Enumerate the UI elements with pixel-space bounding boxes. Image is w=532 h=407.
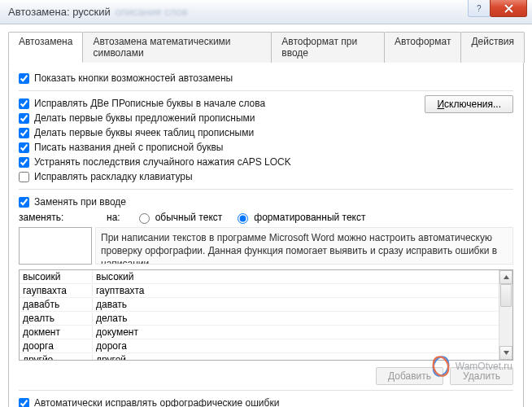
table-scrollbar[interactable]: [499, 270, 512, 360]
cell-wrong: гаупвахта: [20, 285, 93, 296]
replace-label: заменять:: [19, 212, 92, 223]
tab-math-autocorrect[interactable]: Автозамена математическими символами: [82, 32, 272, 63]
help-button[interactable]: ?: [468, 0, 491, 17]
checkbox-label: Делать первые буквы ячеек таблиц прописн…: [34, 127, 254, 138]
window-title-blurred: описание слов: [116, 6, 188, 18]
separator: [19, 390, 513, 391]
tab-label: Автозамена математическими символами: [93, 36, 230, 59]
separator: [19, 189, 513, 190]
checkbox-show-buttons[interactable]: [19, 73, 29, 84]
checkbox-table-caps[interactable]: [19, 128, 29, 138]
replace-header-row: заменять: на: обычный текст форматирован…: [19, 209, 513, 227]
window-controls: ?: [469, 0, 527, 17]
tab-autoformat[interactable]: Автоформат: [384, 32, 462, 63]
window-title: Автозамена: русский: [8, 6, 111, 18]
checkbox-label: Писать названия дней с прописной буквы: [34, 142, 223, 153]
option-table-caps: Делать первые буквы ячеек таблиц прописн…: [19, 125, 513, 140]
table-row[interactable]: дооргадорога: [20, 339, 499, 353]
with-label: на:: [107, 212, 120, 223]
cell-wrong: деалть: [20, 313, 93, 324]
dialog-content: Автозамена Автозамена математическими си…: [0, 24, 532, 407]
table-body[interactable]: высоикйвысокий гаупвахтагауптвахта даваб…: [20, 270, 499, 360]
separator: [19, 90, 513, 91]
button-label-rest: сключения...: [444, 98, 501, 110]
tab-autoformat-typing[interactable]: Автоформат при вводе: [271, 32, 385, 63]
table-row[interactable]: докментдокумент: [20, 326, 499, 339]
cell-wrong: высоикй: [20, 271, 93, 282]
scroll-track[interactable]: [499, 284, 512, 346]
table-row[interactable]: гаупвахтагауптвахта: [20, 284, 499, 298]
cell-right: другой: [93, 354, 499, 360]
checkbox-label: Заменять при вводе: [34, 196, 126, 208]
checkbox-sentence-caps[interactable]: [19, 113, 29, 124]
table-row[interactable]: деалтьделать: [20, 312, 499, 326]
cell-right: гауптвахта: [93, 285, 499, 296]
cell-wrong: докмент: [20, 326, 93, 338]
checkbox-label: Автоматически исправлять орфографические…: [34, 397, 279, 407]
add-button[interactable]: Добавить: [376, 367, 443, 385]
table-row[interactable]: высоикйвысокий: [20, 270, 499, 284]
cell-right: высокий: [93, 271, 499, 282]
close-button[interactable]: [490, 0, 527, 17]
chevron-down-icon: [504, 351, 509, 355]
replace-input[interactable]: [19, 227, 92, 265]
table-row[interactable]: давабтьдавать: [20, 298, 499, 312]
checkbox-caps-lock[interactable]: [19, 157, 29, 168]
tab-actions[interactable]: Действия: [460, 32, 525, 63]
tab-label: Автоформат: [395, 36, 451, 47]
radio-label: форматированный текст: [254, 212, 365, 223]
checkbox-label: Устранять последствия случайного нажатия…: [34, 156, 291, 168]
radio-plain-input[interactable]: [139, 213, 150, 224]
radio-formatted-input[interactable]: [238, 213, 248, 224]
option-day-caps: Писать названия дней с прописной буквы: [19, 140, 513, 155]
checkbox-label: Показать кнопки возможностей автозамены: [34, 72, 233, 84]
tab-panel: Показать кнопки возможностей автозамены …: [8, 63, 524, 407]
chevron-up-icon: [504, 275, 509, 279]
checkbox-label: Исправлять ДВе ПРописные буквы в начале …: [34, 98, 265, 109]
option-auto-spellfix: Автоматически исправлять орфографические…: [19, 396, 513, 407]
checkbox-label: Делать первые буквы предложений прописны…: [34, 112, 255, 124]
cell-right: давать: [93, 299, 499, 310]
option-show-buttons: Показать кнопки возможностей автозамены: [19, 71, 513, 85]
delete-button[interactable]: Удалить: [450, 367, 513, 385]
svg-text:?: ?: [477, 4, 482, 12]
cell-wrong: доорга: [20, 340, 93, 352]
cell-right: документ: [93, 326, 499, 338]
checkbox-two-caps[interactable]: [19, 98, 29, 109]
option-two-caps: Исправлять ДВе ПРописные буквы в начале …: [19, 96, 513, 111]
checkbox-replace-on-type[interactable]: [19, 197, 29, 208]
with-preview: При написании текстов в программе Micros…: [95, 227, 513, 265]
replace-inputs-row: При написании текстов в программе Micros…: [19, 227, 513, 265]
scroll-up-button[interactable]: [499, 270, 512, 284]
tab-label: Автоформат при вводе: [281, 36, 357, 59]
option-keyboard-layout: Исправлять раскладку клавиатуры: [19, 169, 513, 184]
scroll-down-button[interactable]: [499, 346, 512, 360]
option-sentence-caps: Делать первые буквы предложений прописны…: [19, 111, 513, 125]
cell-right: дорога: [93, 340, 499, 352]
tab-autocorrect[interactable]: Автозамена: [8, 32, 83, 63]
checkbox-keyboard-layout[interactable]: [19, 172, 29, 182]
tab-label: Автозамена: [19, 36, 72, 47]
tabstrip: Автозамена Автозамена математическими си…: [8, 31, 524, 63]
option-caps-lock: Устранять последствия случайного нажатия…: [19, 155, 513, 169]
scroll-thumb[interactable]: [500, 284, 512, 307]
radio-plain-text[interactable]: обычный текст: [135, 211, 223, 224]
checkbox-day-caps[interactable]: [19, 142, 29, 153]
table-row[interactable]: другйодругой: [20, 353, 499, 360]
option-replace-on-type: Заменять при вводе: [19, 195, 513, 209]
cell-wrong: давабть: [20, 299, 93, 310]
autocorrect-table: высоикйвысокий гаупвахтагауптвахта даваб…: [19, 269, 513, 361]
checkbox-auto-spellfix[interactable]: [19, 398, 29, 408]
cell-wrong: другйо: [20, 354, 93, 360]
radio-label: обычный текст: [155, 212, 223, 223]
checkbox-label: Исправлять раскладку клавиатуры: [34, 171, 193, 182]
radio-formatted-text[interactable]: форматированный текст: [233, 211, 365, 224]
titlebar: Автозамена: русский описание слов ?: [0, 0, 532, 24]
cell-right: делать: [93, 313, 499, 324]
tab-label: Действия: [471, 36, 514, 47]
format-radiogroup: обычный текст форматированный текст: [135, 211, 366, 224]
table-actions: Добавить Удалить: [19, 367, 513, 385]
